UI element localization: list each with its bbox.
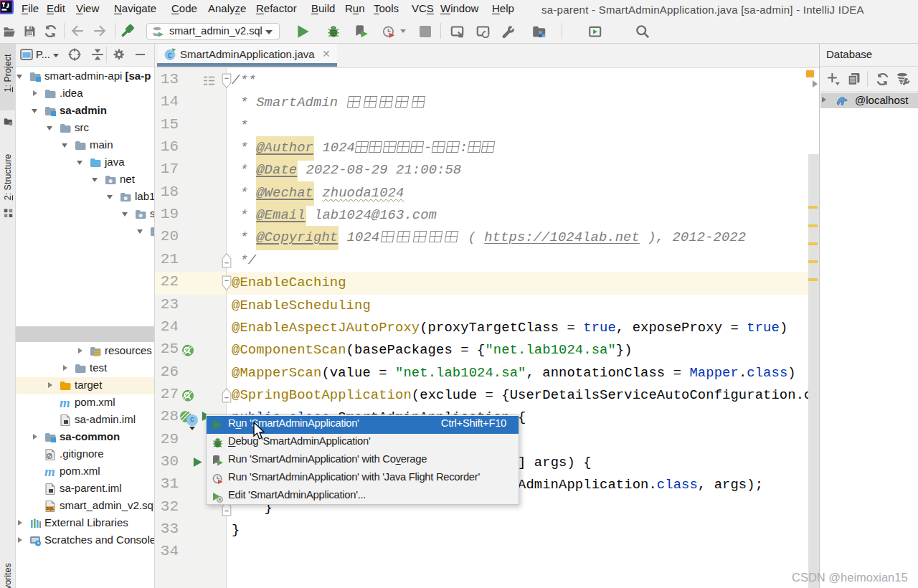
svg-text:C: C bbox=[168, 52, 172, 60]
